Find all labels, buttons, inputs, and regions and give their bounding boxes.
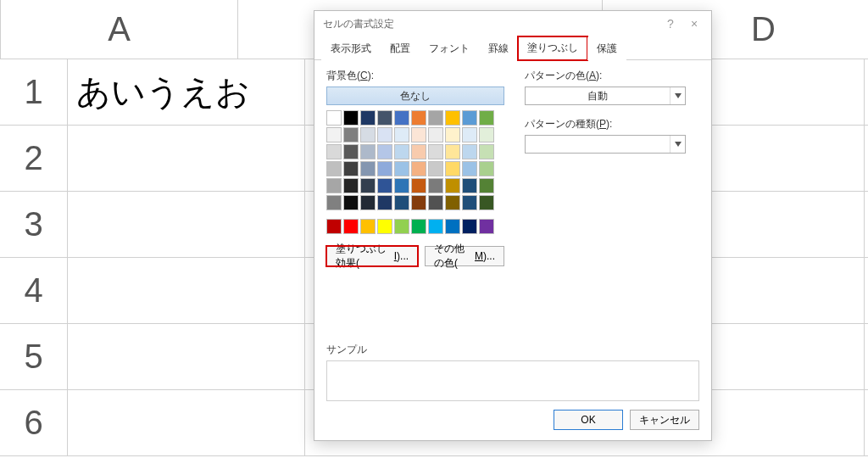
color-swatch[interactable] [343, 161, 359, 176]
color-swatch[interactable] [462, 127, 477, 142]
pattern-type-combo[interactable] [525, 135, 686, 154]
cell-A3[interactable] [68, 192, 305, 257]
color-swatch[interactable] [428, 127, 443, 142]
standard-color-swatch[interactable] [343, 219, 359, 234]
tab-number-format[interactable]: 表示形式 [321, 37, 381, 60]
color-swatch[interactable] [377, 110, 392, 126]
color-swatch[interactable] [326, 195, 342, 210]
color-swatch[interactable] [343, 178, 359, 193]
tab-protection[interactable]: 保護 [587, 37, 626, 60]
color-swatch[interactable] [343, 195, 359, 210]
standard-color-swatch[interactable] [462, 219, 477, 234]
color-swatch[interactable] [445, 178, 460, 193]
color-swatch[interactable] [479, 178, 494, 193]
color-swatch[interactable] [462, 178, 477, 193]
color-swatch[interactable] [445, 144, 460, 159]
row-header-5[interactable]: 5 [0, 324, 68, 389]
color-swatch[interactable] [411, 110, 426, 126]
ok-button[interactable]: OK [554, 410, 623, 430]
color-swatch[interactable] [394, 127, 409, 142]
column-header-A[interactable]: A [1, 0, 238, 59]
tab-fill[interactable]: 塗りつぶし [518, 36, 587, 60]
fill-effects-button[interactable]: 塗りつぶし効果(I)... [326, 246, 418, 266]
color-swatch[interactable] [445, 161, 460, 176]
color-swatch[interactable] [360, 144, 376, 159]
close-button[interactable]: × [682, 14, 706, 33]
color-swatch[interactable] [360, 195, 376, 210]
color-swatch[interactable] [377, 195, 392, 210]
color-swatch[interactable] [394, 110, 409, 126]
color-swatch[interactable] [462, 144, 477, 159]
color-swatch[interactable] [462, 195, 477, 210]
standard-color-swatch[interactable] [411, 219, 426, 234]
pattern-color-combo[interactable]: 自動 [525, 87, 686, 105]
color-swatch[interactable] [326, 127, 342, 142]
color-swatch[interactable] [428, 110, 443, 126]
color-swatch[interactable] [377, 178, 392, 193]
standard-color-swatch[interactable] [326, 219, 342, 234]
color-swatch[interactable] [326, 161, 342, 176]
standard-color-swatch[interactable] [445, 219, 460, 234]
color-swatch[interactable] [462, 161, 477, 176]
more-colors-button[interactable]: その他の色(M)... [425, 246, 504, 266]
standard-color-swatch[interactable] [428, 219, 443, 234]
row-header-2[interactable]: 2 [0, 126, 68, 191]
color-swatch[interactable] [326, 110, 342, 126]
color-swatch[interactable] [479, 110, 494, 126]
color-swatch[interactable] [394, 178, 409, 193]
cell-A6[interactable] [68, 390, 305, 455]
standard-color-swatch[interactable] [479, 219, 494, 234]
color-swatch[interactable] [377, 127, 392, 142]
color-swatch[interactable] [445, 195, 460, 210]
standard-color-swatch[interactable] [377, 219, 392, 234]
cell-A5[interactable] [68, 324, 305, 389]
tab-font[interactable]: フォント [420, 37, 479, 60]
color-swatch[interactable] [411, 144, 426, 159]
color-swatch[interactable] [326, 178, 342, 193]
color-swatch[interactable] [428, 178, 443, 193]
select-all-corner[interactable] [0, 0, 1, 59]
color-swatch[interactable] [360, 127, 376, 142]
standard-color-swatch[interactable] [394, 219, 409, 234]
cell-A1[interactable]: あいうえお [68, 59, 305, 125]
color-swatch[interactable] [343, 144, 359, 159]
color-swatch[interactable] [360, 178, 376, 193]
no-color-button[interactable]: 色なし [326, 87, 504, 105]
color-swatch[interactable] [445, 127, 460, 142]
row-header-6[interactable]: 6 [0, 390, 68, 455]
color-swatch[interactable] [394, 195, 409, 210]
color-swatch[interactable] [343, 127, 359, 142]
color-swatch[interactable] [343, 110, 359, 126]
color-swatch[interactable] [411, 178, 426, 193]
color-swatch[interactable] [411, 161, 426, 176]
row-header-3[interactable]: 3 [0, 192, 68, 257]
color-swatch[interactable] [428, 195, 443, 210]
color-swatch[interactable] [445, 110, 460, 126]
row-header-4[interactable]: 4 [0, 258, 68, 323]
tab-border[interactable]: 罫線 [479, 37, 518, 60]
color-swatch[interactable] [360, 161, 376, 176]
row-header-1[interactable]: 1 [0, 59, 68, 125]
color-swatch[interactable] [411, 127, 426, 142]
color-swatch[interactable] [394, 161, 409, 176]
color-swatch[interactable] [411, 195, 426, 210]
color-swatch[interactable] [479, 127, 494, 142]
standard-color-swatch[interactable] [360, 219, 376, 234]
color-swatch[interactable] [462, 110, 477, 126]
color-swatch[interactable] [428, 161, 443, 176]
color-swatch[interactable] [479, 195, 494, 210]
color-swatch[interactable] [377, 144, 392, 159]
color-swatch[interactable] [479, 144, 494, 159]
color-swatch[interactable] [479, 161, 494, 176]
color-swatch[interactable] [326, 144, 342, 159]
tab-alignment[interactable]: 配置 [381, 37, 420, 60]
help-button[interactable]: ? [659, 14, 682, 33]
dialog-title: セルの書式設定 [323, 17, 659, 31]
color-swatch[interactable] [377, 161, 392, 176]
cell-A4[interactable] [68, 258, 305, 323]
cancel-button[interactable]: キャンセル [630, 410, 699, 430]
color-swatch[interactable] [360, 110, 376, 126]
color-swatch[interactable] [394, 144, 409, 159]
cell-A2[interactable] [68, 126, 305, 191]
color-swatch[interactable] [428, 144, 443, 159]
